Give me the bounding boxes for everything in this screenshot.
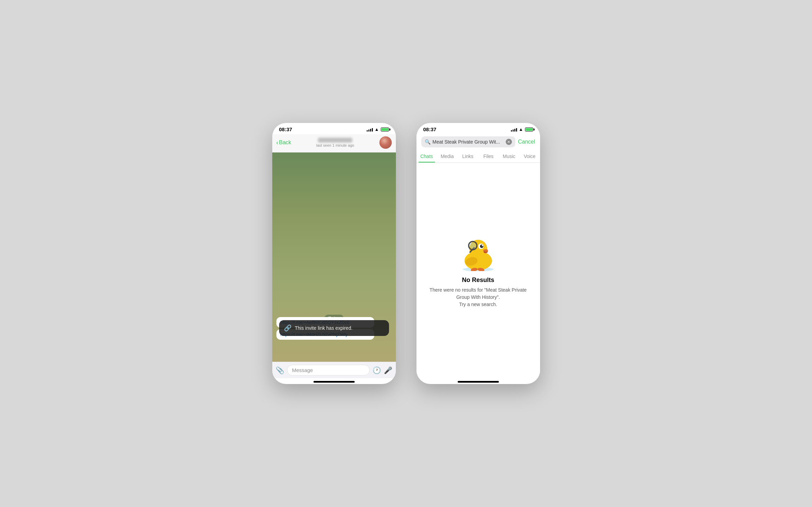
microphone-icon[interactable]: 🎤 — [384, 366, 392, 374]
message-input[interactable]: Message — [287, 365, 370, 375]
signal-icon — [367, 127, 373, 132]
avatar-image — [379, 136, 392, 149]
search-bar-row: 🔍 Meat Steak Private Group Wit... ✕ Canc… — [416, 134, 540, 150]
svg-point-4 — [480, 245, 483, 248]
toast-text: This invite link has expired. — [295, 325, 353, 331]
tab-chats[interactable]: Chats — [416, 150, 437, 162]
left-phone: 08:37 ▲ ‹ Back last seen 1 minute ago — [272, 123, 396, 384]
back-button[interactable]: ‹ Back — [276, 139, 291, 146]
right-status-time: 08:37 — [423, 126, 436, 132]
back-label: Back — [279, 139, 291, 146]
search-icon: 🔍 — [425, 139, 431, 145]
no-results-description: There were no results for "Meat Steak Pr… — [423, 286, 533, 308]
left-status-bar: 08:37 ▲ — [272, 123, 396, 134]
svg-point-5 — [482, 245, 483, 246]
right-wifi-icon: ▲ — [519, 127, 523, 132]
chat-header-center: last seen 1 minute ago — [294, 138, 376, 147]
contact-name-blurred — [318, 138, 352, 143]
right-status-bar: 08:37 ▲ — [416, 123, 540, 134]
svg-point-2 — [469, 240, 487, 258]
left-status-icons: ▲ — [367, 127, 389, 132]
right-phone: 08:37 ▲ 🔍 Meat Steak Private Group Wit..… — [416, 123, 540, 384]
tab-music[interactable]: Music — [499, 150, 519, 162]
no-results-title: No Results — [462, 277, 494, 284]
tab-voice[interactable]: Voice — [519, 150, 540, 162]
battery-icon — [381, 127, 389, 132]
chat-input-bar: 📎 Message 🕐 🎤 — [272, 362, 396, 378]
left-status-time: 08:37 — [279, 126, 292, 132]
duck-illustration — [458, 233, 499, 271]
search-query: Meat Steak Private Group Wit... — [433, 139, 504, 145]
no-results-area: No Results There were no results for "Me… — [416, 163, 540, 378]
tab-media[interactable]: Media — [437, 150, 458, 162]
toast-notification: 🔗 This invite link has expired. — [279, 320, 389, 336]
right-battery-icon — [525, 127, 533, 132]
chat-header: ‹ Back last seen 1 minute ago — [272, 134, 396, 153]
search-clear-button[interactable]: ✕ — [506, 139, 512, 145]
tab-files[interactable]: Files — [478, 150, 499, 162]
cancel-button[interactable]: Cancel — [518, 139, 535, 145]
attach-icon[interactable]: 📎 — [276, 366, 284, 374]
home-indicator — [313, 381, 355, 383]
chevron-left-icon: ‹ — [276, 139, 278, 146]
link-icon: 🔗 — [284, 324, 291, 332]
search-tabs: Chats Media Links Files Music Voice — [416, 150, 540, 163]
message-placeholder: Message — [292, 367, 313, 373]
svg-point-9 — [470, 243, 476, 249]
right-signal-icon — [511, 127, 517, 132]
search-box[interactable]: 🔍 Meat Steak Private Group Wit... ✕ — [421, 136, 515, 147]
right-status-icons: ▲ — [511, 127, 533, 132]
wifi-icon: ▲ — [375, 127, 379, 132]
tab-links[interactable]: Links — [458, 150, 478, 162]
chat-background: Today https://t.me/+Aef9HCdDQY1kZDc6 htt… — [272, 153, 396, 362]
last-seen-text: last seen 1 minute ago — [316, 143, 354, 147]
emoji-icon[interactable]: 🕐 — [373, 366, 381, 374]
message-area: https://t.me/+Aef9HCdDQY1kZDc6 https://t… — [276, 317, 392, 341]
right-home-indicator — [458, 381, 499, 383]
avatar[interactable] — [379, 136, 392, 149]
